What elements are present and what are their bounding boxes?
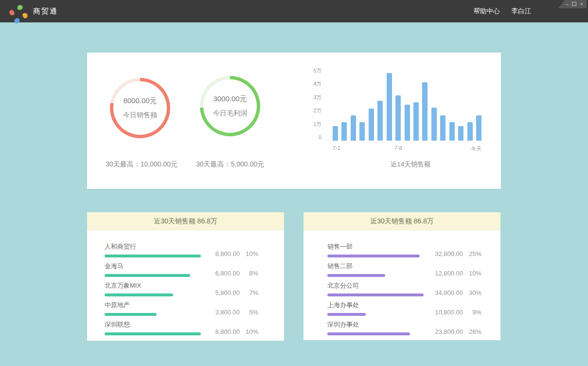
ranking-row-value: 12,800.00	[428, 270, 463, 277]
x-label-today: 今天	[471, 145, 481, 152]
ranking-row: 上海办事处10,800.009%	[327, 296, 481, 316]
today-profit-30day-max: 30天最高：5,000.00元	[181, 160, 279, 169]
logo-petal-coral	[9, 10, 15, 16]
ranking-row-value: 8,800.00	[205, 250, 240, 257]
x-label-mid: 7-8	[394, 145, 402, 151]
minimize-icon[interactable]: –	[566, 1, 569, 7]
titlebar: 商贸通 帮助中心 李白江 – ×	[0, 0, 588, 22]
user-name-link[interactable]: 李白江	[512, 7, 532, 16]
y-tick-label: 3万	[313, 94, 321, 101]
ranking-row-bar	[105, 255, 201, 257]
chart-bar	[476, 115, 481, 141]
today-sales-value: 8000.00元	[123, 96, 157, 106]
y-tick-label: 2万	[313, 107, 321, 114]
y-tick-label: 5万	[313, 67, 321, 74]
chart-caption: 近14天销售额	[336, 160, 485, 169]
ranking-row-value: 3,800.00	[205, 309, 240, 316]
ranking-row: 人和商贸行8,800.0010%	[105, 238, 258, 257]
ranking-row-value: 32,800.00	[428, 250, 463, 257]
today-profit-label: 今日毛利润	[213, 109, 247, 118]
titlebar-nav: 帮助中心 李白江	[474, 0, 532, 22]
y-tick-label: 0	[319, 134, 321, 141]
today-sales-gauge: 8000.00元 今日销售额	[110, 78, 170, 138]
app-window: 商贸通 帮助中心 李白江 – × 8000.00元 今日销售额 30天最高：10…	[0, 0, 588, 366]
ranking-row-percent: 7%	[240, 289, 258, 296]
app-title: 商贸通	[33, 0, 58, 22]
ranking-row-bar	[327, 313, 366, 316]
ranking-row-bar	[105, 274, 190, 277]
ranking-row-value: 8,800.00	[205, 328, 240, 335]
ranking-row-bar	[327, 293, 424, 296]
chart-bar	[413, 102, 419, 141]
overview-card: 8000.00元 今日销售额 30天最高：10,000.00元 3000.00元…	[87, 53, 501, 189]
help-center-link[interactable]: 帮助中心	[474, 7, 500, 16]
window-controls: – ×	[558, 0, 587, 8]
department-ranking-list: 销售一部32,800.0025%销售二部12,800.0010%北京分公司34,…	[303, 230, 500, 335]
logo-petal-blue	[14, 18, 20, 24]
today-sales-30day-max: 30天最高：10,000.00元	[93, 160, 190, 169]
ranking-row-name: 中原地产	[105, 301, 157, 310]
ranking-row-name: 人和商贸行	[105, 242, 201, 251]
ranking-row-percent: 8%	[240, 270, 258, 277]
chart-bar	[440, 115, 445, 141]
ranking-row-name: 上海办事处	[327, 301, 366, 310]
customer-ranking-header: 近30天销售额 86.8万	[87, 212, 284, 230]
ranking-row-percent: 30%	[463, 289, 481, 296]
ranking-row-bar	[105, 313, 157, 316]
ranking-row-name: 北京万象MIX	[105, 281, 173, 290]
ranking-row-name: 销售一部	[327, 242, 420, 251]
chart-bar	[458, 126, 463, 141]
maximize-icon[interactable]	[572, 1, 576, 7]
ranking-row-name: 金海马	[105, 262, 190, 271]
chart-bar	[359, 122, 365, 141]
ranking-row-value: 5,800.00	[205, 289, 240, 296]
ranking-row-name: 北京分公司	[327, 281, 424, 290]
y-tick-label: 4万	[313, 80, 321, 87]
chart-bar	[377, 101, 383, 141]
ranking-row-percent: 10%	[240, 250, 258, 257]
ranking-row: 销售二部12,800.0010%	[327, 257, 481, 277]
chart-x-axis: 7-1 7-8 今天	[333, 145, 481, 152]
chart-bar	[422, 82, 428, 141]
ranking-row-bar	[327, 274, 385, 277]
ranking-row: 深圳联想8,800.0010%	[105, 316, 258, 335]
ranking-row-bar	[105, 293, 173, 296]
chart-bar	[467, 122, 473, 141]
ranking-row-percent: 26%	[463, 328, 481, 335]
close-icon[interactable]: ×	[580, 1, 583, 7]
ranking-row-name: 深圳办事处	[327, 320, 410, 329]
customer-ranking-card: 近30天销售额 86.8万 人和商贸行8,800.0010%金海马6,800.0…	[87, 212, 284, 341]
ranking-row-bar	[327, 332, 410, 335]
ranking-row: 中原地产3,800.005%	[105, 296, 258, 316]
ranking-row-value: 6,800.00	[205, 270, 240, 277]
ranking-row-value: 34,800.00	[428, 289, 463, 296]
logo-petal-orange	[22, 13, 28, 19]
today-profit-value: 3000.00元	[213, 94, 247, 104]
chart-bar	[405, 105, 410, 141]
chart-bar	[387, 73, 392, 141]
sales-bar-chart	[333, 71, 481, 141]
ranking-row: 深圳办事处23,800.0026%	[327, 316, 481, 335]
ranking-row: 金海马6,800.008%	[105, 257, 258, 277]
ranking-row-name: 销售二部	[327, 262, 385, 271]
today-sales-label: 今日销售额	[123, 111, 157, 120]
ranking-row: 北京万象MIX5,800.007%	[105, 277, 258, 296]
chart-bar	[341, 122, 347, 141]
department-ranking-card: 近30天销售额 86.8万 销售一部32,800.0025%销售二部12,800…	[303, 212, 500, 340]
customer-ranking-list: 人和商贸行8,800.0010%金海马6,800.008%北京万象MIX5,80…	[87, 230, 284, 335]
chart-bar	[395, 95, 401, 141]
ranking-row-value: 23,800.00	[428, 328, 463, 335]
ranking-row: 销售一部32,800.0025%	[327, 238, 481, 257]
department-ranking-header: 近30天销售额 86.8万	[303, 212, 500, 230]
ranking-row-percent: 25%	[463, 250, 481, 257]
ranking-row-bar	[327, 255, 420, 257]
logo-petal-green	[17, 4, 23, 10]
app-logo-pinwheel-icon	[14, 5, 25, 17]
chart-bar	[369, 109, 374, 141]
ranking-row-percent: 10%	[463, 270, 481, 277]
chart-y-axis: 5万4万3万2万1万0	[305, 53, 321, 150]
ranking-row-percent: 5%	[240, 309, 258, 316]
ranking-row-percent: 9%	[463, 309, 481, 316]
chart-bar	[449, 122, 455, 141]
x-label-start: 7-1	[333, 145, 340, 151]
